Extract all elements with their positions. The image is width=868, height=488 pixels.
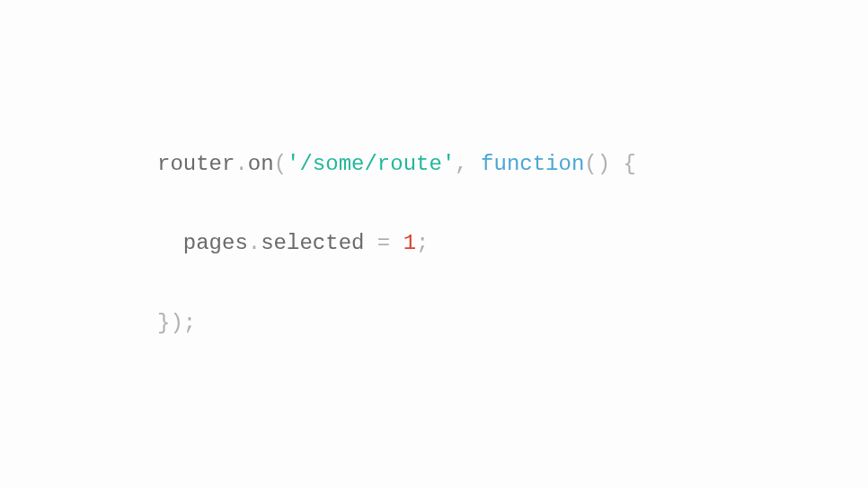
code-snippet: router.on('/some/route', function() { pa… (157, 104, 636, 384)
token-brace-open: { (624, 152, 636, 176)
code-line-2: pages.selected = 1; (157, 224, 636, 263)
token-property: selected (261, 231, 364, 255)
token-paren-open: ( (274, 152, 287, 176)
token-dot: . (235, 152, 247, 176)
token-semicolon: ; (416, 231, 429, 255)
token-dot: . (248, 231, 261, 255)
token-space (468, 152, 481, 176)
token-identifier: pages (183, 231, 248, 255)
token-number: 1 (403, 231, 416, 255)
token-string: '/some/route' (287, 152, 455, 176)
token-space (364, 231, 376, 255)
token-space (390, 231, 403, 255)
code-line-3: }); (157, 304, 636, 343)
token-parens: () (584, 152, 610, 176)
token-space (610, 152, 623, 176)
token-method: on (248, 152, 274, 176)
token-comma: , (455, 152, 467, 176)
token-keyword-function: function (481, 152, 584, 176)
token-closing: }); (157, 311, 196, 335)
code-line-1: router.on('/some/route', function() { (157, 145, 636, 184)
token-identifier: router (157, 152, 235, 176)
token-equals: = (377, 231, 390, 255)
